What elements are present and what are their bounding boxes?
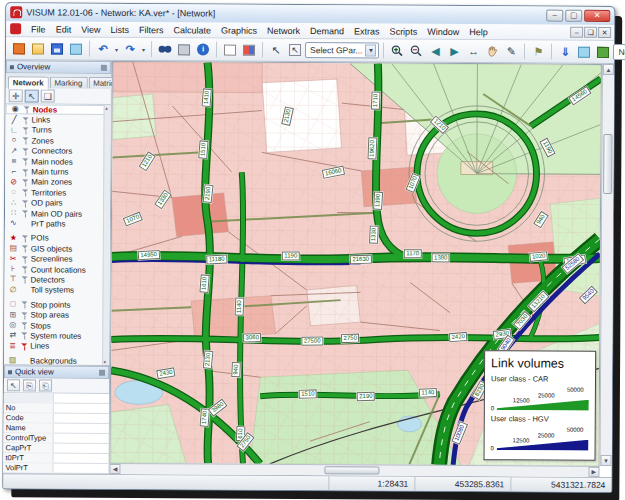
filter-funnel-icon[interactable] (19, 320, 30, 330)
edit-button[interactable]: ✎ (502, 42, 520, 60)
sidebar-item-nodes[interactable]: ◉Nodes (6, 104, 111, 115)
quickview-panel-header[interactable]: Quick view (4, 365, 109, 379)
scroll-right-icon[interactable]: ▶ (588, 467, 599, 477)
filter-funnel-icon[interactable] (19, 341, 30, 351)
sidebar-item-gis-objects[interactable]: ▤GIS objects (5, 243, 110, 254)
sidebar-item-turns[interactable]: ∟Turns (5, 125, 110, 136)
select-tool-icon[interactable]: ↖ (25, 89, 39, 102)
quickview-paste-icon[interactable]: ⎗ (39, 379, 52, 391)
filter-funnel-icon[interactable] (20, 125, 31, 135)
quickview-row-capprt[interactable]: CapPrT (4, 443, 109, 454)
save-button[interactable] (48, 40, 66, 58)
fit-view-button[interactable]: ↔ (464, 42, 482, 60)
panel-menu-icon[interactable] (99, 369, 105, 375)
minimize-button[interactable]: – (546, 10, 563, 22)
sidebar-item-stops[interactable]: ◎Stops (4, 320, 109, 331)
menu-file[interactable]: File (26, 23, 51, 35)
menu-filters[interactable]: Filters (134, 24, 169, 36)
matrix-button[interactable] (594, 43, 612, 61)
zoom-in-button[interactable] (388, 42, 406, 60)
previous-view-button[interactable]: ◀ (426, 42, 444, 60)
send-button[interactable] (67, 40, 85, 58)
tab-marking[interactable]: Marking (50, 77, 88, 89)
vertical-scrollbar[interactable]: ▲ ▼ (599, 64, 613, 466)
info-button[interactable]: i (194, 40, 212, 58)
open-button[interactable] (29, 39, 47, 57)
menu-calculate[interactable]: Calculate (169, 24, 217, 36)
menu-edit[interactable]: Edit (51, 23, 77, 35)
tab-network[interactable]: Network (8, 76, 49, 89)
overview-panel-header[interactable]: Overview (6, 60, 111, 74)
sidebar-item-main-od-pairs[interactable]: ∷Main OD pairs (5, 208, 110, 219)
mdi-minimize-button[interactable]: – (570, 27, 583, 38)
undo-dropdown[interactable]: ▾ (113, 45, 120, 52)
quickview-copy-icon[interactable]: ⎘ (23, 379, 36, 391)
filter-funnel-icon[interactable] (20, 156, 31, 166)
filter-funnel-icon[interactable] (19, 300, 30, 310)
sidebar-item-pois[interactable]: ★POIs (5, 233, 110, 244)
pan-button[interactable] (483, 42, 501, 60)
sidebar-item-connectors[interactable]: ↗Connectors (5, 146, 110, 157)
sidebar-item-prt-paths[interactable]: ∿PrT paths (5, 219, 110, 230)
close-button[interactable]: ✕ (584, 10, 610, 22)
quickview-row-t0prt[interactable]: t0PrT (3, 453, 108, 464)
network-display-button[interactable] (240, 41, 258, 59)
filter-funnel-icon[interactable] (20, 177, 31, 187)
filter-funnel-icon[interactable] (20, 146, 31, 156)
select-gpar-mode-button[interactable]: ↖ (286, 41, 304, 59)
menu-demand[interactable]: Demand (305, 25, 349, 37)
sidebar-item-main-nodes[interactable]: ■Main nodes (5, 156, 110, 167)
mdi-close-button[interactable]: ✕ (598, 27, 611, 38)
menu-graphics[interactable]: Graphics (216, 24, 262, 36)
quickview-row-volprt[interactable]: VolPrT (3, 463, 108, 474)
menu-scripts[interactable]: Scripts (385, 25, 423, 37)
filter-funnel-icon[interactable] (20, 264, 31, 274)
sidebar-item-stop-areas[interactable]: ⊞Stop areas (4, 310, 109, 321)
quickview-row-no[interactable]: No (4, 403, 109, 414)
new-network-button[interactable] (10, 39, 28, 57)
filter-funnel-icon[interactable] (22, 105, 33, 115)
sidebar-item-main-zones[interactable]: ⊘Main zones (5, 177, 110, 188)
link-volumes-legend[interactable]: Link volumes User class - CAR 0125002500… (484, 350, 597, 461)
filter-funnel-icon[interactable] (20, 254, 31, 264)
sidebar-item-zones[interactable]: ○Zones (5, 135, 110, 146)
filter-funnel-icon[interactable] (20, 198, 31, 208)
mdi-restore-button[interactable]: ❏ (584, 27, 597, 38)
menu-lists[interactable]: Lists (105, 23, 134, 35)
quickview-row-code[interactable]: Code (4, 413, 109, 424)
menu-view[interactable]: View (76, 23, 105, 35)
image-tool-icon[interactable]: ❏ (41, 89, 55, 102)
map-area[interactable]: 1410151021901610213017401140940610149501… (109, 61, 614, 477)
sidebar-item-count-locations[interactable]: ⊦Count locations (5, 264, 110, 275)
menu-help[interactable]: Help (464, 26, 493, 38)
vertical-scroll-thumb[interactable] (603, 134, 612, 194)
undo-button[interactable]: ↶ (94, 40, 112, 58)
quickview-select-icon[interactable]: ↖ (7, 379, 20, 391)
gpar-combobox[interactable]: Select GPar... ▼ (305, 42, 380, 58)
menu-network[interactable]: Network (262, 24, 305, 36)
maximize-button[interactable]: ▢ (565, 10, 582, 22)
import-button[interactable]: ⇓ (556, 43, 574, 61)
layer-button[interactable] (575, 43, 593, 61)
network-combobox[interactable]: Network ▼ (613, 44, 625, 60)
sidebar-item-od-pairs[interactable]: ∴OD pairs (5, 198, 110, 209)
move-tool-icon[interactable]: ✛ (9, 89, 23, 102)
quickview-row-name[interactable]: Name (4, 423, 109, 434)
show-whole-network-button[interactable] (221, 41, 239, 59)
sidebar-item-backgrounds[interactable]: ▨Backgrounds (4, 355, 109, 366)
sidebar-item-lines[interactable]: ≣Lines (4, 341, 109, 352)
zoom-out-button[interactable] (407, 42, 425, 60)
filter-funnel-icon[interactable] (20, 275, 31, 285)
scroll-left-icon[interactable]: ◀ (109, 464, 120, 474)
sidebar-item-system-routes[interactable]: ⇄System routes (4, 330, 109, 341)
sidebar-item-territories[interactable]: ◌Territories (5, 187, 110, 198)
print-button[interactable] (175, 40, 193, 58)
sidebar-item-stop-points[interactable]: □Stop points (4, 299, 109, 310)
filter-funnel-icon[interactable] (19, 331, 30, 341)
filter-funnel-icon[interactable] (20, 167, 31, 177)
menu-window[interactable]: Window (422, 25, 464, 37)
scroll-up-icon[interactable]: ▲ (603, 64, 614, 75)
filter-funnel-icon[interactable] (20, 233, 31, 243)
menu-extras[interactable]: Extras (349, 25, 385, 37)
find-button[interactable] (156, 40, 174, 58)
